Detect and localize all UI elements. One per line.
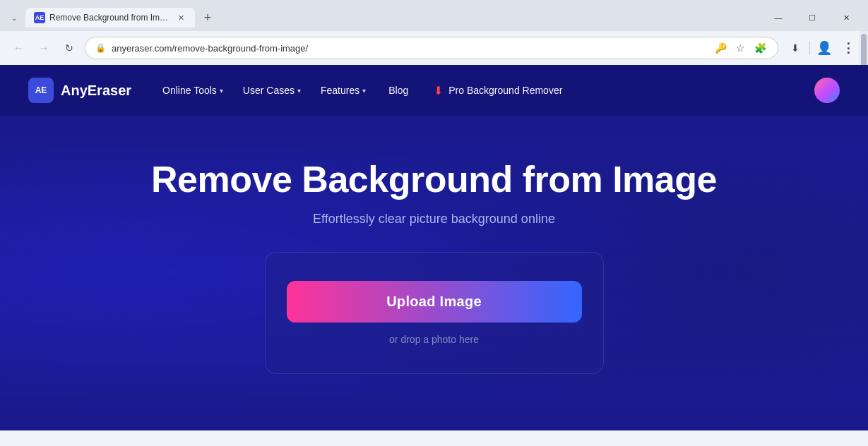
tab-list-button[interactable]: ⌄ <box>6 9 23 26</box>
user-avatar[interactable] <box>814 78 840 103</box>
logo-area[interactable]: AE AnyEraser <box>28 78 131 103</box>
extension-icon[interactable]: 🧩 <box>752 40 768 56</box>
minimize-button[interactable]: — <box>762 7 795 28</box>
menu-button[interactable]: ⋮ <box>837 37 860 59</box>
browser-title-bar: ⌄ AE Remove Background from Imac... ✕ + … <box>0 0 868 31</box>
url-text: anyeraser.com/remove-background-from-ima… <box>112 43 707 54</box>
maximize-button[interactable]: ☐ <box>796 7 828 28</box>
chevron-down-icon: ▾ <box>297 87 301 95</box>
chevron-down-icon: ▾ <box>362 87 366 95</box>
profile-button[interactable]: 👤 <box>813 37 836 59</box>
hero-section: Remove Background from Image Effortlessl… <box>0 116 868 430</box>
download-icon: ⬇ <box>434 84 443 97</box>
upload-container: Upload Image or drop a photo here <box>265 252 604 374</box>
nav-links: Online Tools ▾ User Cases ▾ Features ▾ B… <box>154 78 806 103</box>
close-button[interactable]: ✕ <box>830 7 862 28</box>
download-button[interactable]: ⬇ <box>784 37 807 59</box>
address-bar: ← → ↻ 🔒 anyeraser.com/remove-background-… <box>0 31 868 65</box>
nav-user-cases[interactable]: User Cases ▾ <box>234 79 309 102</box>
refresh-button[interactable]: ↻ <box>59 38 79 58</box>
active-tab[interactable]: AE Remove Background from Imac... ✕ <box>25 8 195 28</box>
upload-image-button[interactable]: Upload Image <box>287 281 582 323</box>
browser-right-buttons: ⬇ 👤 ⋮ <box>784 37 860 59</box>
nav-pro-remover[interactable]: ⬇ Pro Background Remover <box>422 78 573 103</box>
drop-text: or drop a photo here <box>389 334 479 345</box>
new-tab-button[interactable]: + <box>198 8 218 28</box>
tab-favicon: AE <box>34 12 45 23</box>
url-secure-icon: 🔒 <box>95 43 106 53</box>
nav-online-tools[interactable]: Online Tools ▾ <box>154 79 232 102</box>
url-bar[interactable]: 🔒 anyeraser.com/remove-background-from-i… <box>85 37 778 59</box>
forward-button[interactable]: → <box>34 38 54 58</box>
site-navbar: AE AnyEraser Online Tools ▾ User Cases ▾… <box>0 65 868 116</box>
back-button[interactable]: ← <box>8 38 28 58</box>
separator <box>809 41 810 55</box>
logo-icon: AE <box>28 78 54 103</box>
nav-features[interactable]: Features ▾ <box>312 79 374 102</box>
tab-title: Remove Background from Imac... <box>49 13 171 23</box>
chevron-down-icon: ▾ <box>220 87 223 95</box>
tab-close-button[interactable]: ✕ <box>175 12 186 23</box>
window-controls: — ☐ ✕ <box>762 7 862 28</box>
bookmark-icon[interactable]: ☆ <box>732 40 748 56</box>
website-content: AE AnyEraser Online Tools ▾ User Cases ▾… <box>0 65 868 430</box>
nav-blog[interactable]: Blog <box>377 79 420 102</box>
hero-title: Remove Background from Image <box>151 158 717 200</box>
password-icon[interactable]: 🔑 <box>713 40 728 56</box>
brand-name: AnyEraser <box>61 83 131 99</box>
hero-subtitle: Effortlessly clear picture background on… <box>313 212 555 227</box>
